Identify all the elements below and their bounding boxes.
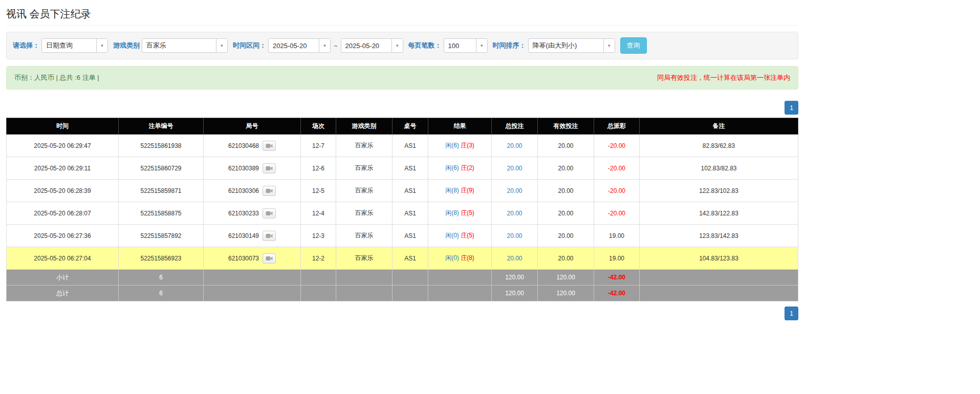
- chevron-down-icon[interactable]: ▼: [603, 39, 615, 52]
- cell-bet-id: 522515860729: [119, 157, 204, 180]
- cell-payout: -20.00: [594, 157, 640, 180]
- cell-game-type: 百家乐: [336, 157, 393, 180]
- chevron-down-icon[interactable]: ▼: [216, 39, 227, 52]
- total-bet-link[interactable]: 20.00: [507, 187, 522, 194]
- cell-result: 闲(8) 庄(9): [428, 180, 492, 202]
- time-sort-label: 时间排序：: [493, 41, 526, 50]
- round-id-text: 621030468: [228, 142, 259, 149]
- video-replay-button[interactable]: [263, 186, 276, 196]
- chevron-down-icon[interactable]: ▼: [96, 39, 107, 52]
- cell-total-bet: 20.00: [492, 225, 538, 247]
- video-replay-button[interactable]: [263, 231, 276, 241]
- page-button-1[interactable]: 1: [785, 101, 798, 115]
- table-row: 2025-05-20 06:29:47 522515861938 6210304…: [7, 135, 798, 157]
- select-type-value: 日期查询: [42, 39, 96, 52]
- table-row: 2025-05-20 06:28:39 522515859871 6210303…: [7, 180, 798, 202]
- cell-round-id: 621030149: [204, 225, 301, 247]
- cell-table-no: AS1: [393, 225, 428, 247]
- header-game-type: 游戏类别: [336, 118, 393, 135]
- video-replay-button[interactable]: [263, 163, 276, 173]
- pagination-bottom: 1: [6, 307, 798, 320]
- time-sort-dropdown[interactable]: 降幂(由大到小) ▼: [528, 38, 615, 53]
- date-to-value: 2025-05-20: [341, 39, 391, 52]
- video-camera-icon: [266, 211, 273, 216]
- cell-remark: 122.83/102.83: [640, 180, 798, 202]
- round-id-text: 621030149: [228, 232, 259, 239]
- summary-bar: 币别：人民币 | 总共 :6 注单 | 同局有效投注，统一计算在该局第一张注单内: [6, 66, 798, 90]
- subtotal-total-bet: 120.00: [492, 270, 538, 286]
- page-button-1[interactable]: 1: [785, 307, 798, 320]
- video-replay-button[interactable]: [263, 208, 276, 218]
- date-range-separator: ~: [334, 42, 338, 50]
- cell-total-bet: 20.00: [492, 202, 538, 225]
- cell-payout: -20.00: [594, 180, 640, 202]
- search-button[interactable]: 查询: [620, 37, 647, 54]
- result-player: 闲(8): [445, 209, 459, 216]
- subtotal-valid-bet: 120.00: [538, 270, 594, 286]
- total-bet-link[interactable]: 20.00: [507, 255, 522, 262]
- header-bet-id: 注单编号: [119, 118, 204, 135]
- video-replay-button[interactable]: [263, 141, 276, 151]
- video-camera-icon: [266, 233, 273, 238]
- total-bet-link[interactable]: 20.00: [507, 142, 522, 149]
- cell-payout: 19.00: [594, 247, 640, 270]
- total-count: 6: [119, 286, 204, 301]
- cell-session: 12-5: [301, 180, 336, 202]
- result-banker: 庄(9): [461, 187, 474, 194]
- header-table-no: 桌号: [393, 118, 428, 135]
- cell-bet-id: 522515861938: [119, 135, 204, 157]
- result-banker: 庄(5): [461, 232, 474, 239]
- cell-remark: 142.83/122.83: [640, 202, 798, 225]
- pagination-top: 1: [6, 101, 798, 115]
- cell-session: 12-4: [301, 202, 336, 225]
- video-replay-button[interactable]: [263, 253, 276, 264]
- video-camera-icon: [266, 166, 273, 171]
- cell-time: 2025-05-20 06:29:11: [7, 157, 119, 180]
- chevron-down-icon[interactable]: ▼: [476, 39, 487, 52]
- round-id-text: 621030306: [228, 187, 259, 194]
- chevron-down-icon[interactable]: ▼: [391, 39, 403, 52]
- table-row: 2025-05-20 06:27:04 522515856923 6210300…: [7, 247, 798, 270]
- grand-total-row: 总计 6 120.00 120.00 -42.00: [7, 286, 798, 301]
- game-type-value: 百家乐: [142, 39, 216, 52]
- header-session: 场次: [301, 118, 336, 135]
- cell-time: 2025-05-20 06:27:36: [7, 225, 119, 247]
- cell-round-id: 621030389: [204, 157, 301, 180]
- round-id-text: 621030073: [228, 255, 259, 262]
- total-payout: -42.00: [594, 286, 640, 301]
- total-bet-link[interactable]: 20.00: [507, 165, 522, 172]
- game-type-dropdown[interactable]: 百家乐 ▼: [142, 38, 228, 53]
- cell-valid-bet: 20.00: [538, 180, 594, 202]
- cell-game-type: 百家乐: [336, 247, 393, 270]
- cell-time: 2025-05-20 06:29:47: [7, 135, 119, 157]
- cell-payout: -20.00: [594, 202, 640, 225]
- page-container: 视讯 会员下注纪录 请选择： 日期查询 ▼ 游戏类别 百家乐 ▼ 时间区间： 2…: [6, 0, 798, 336]
- total-bet-link[interactable]: 20.00: [507, 210, 522, 217]
- result-player: 闲(0): [445, 232, 459, 239]
- cell-valid-bet: 20.00: [538, 135, 594, 157]
- result-banker: 庄(5): [461, 209, 474, 216]
- filter-bar: 请选择： 日期查询 ▼ 游戏类别 百家乐 ▼ 时间区间： 2025-05-20 …: [6, 32, 798, 59]
- round-id-text: 621030233: [228, 210, 259, 217]
- date-to-dropdown[interactable]: 2025-05-20 ▼: [341, 38, 403, 53]
- cell-round-id: 621030073: [204, 247, 301, 270]
- game-type-label: 游戏类别: [113, 41, 140, 50]
- page-size-value: 100: [444, 39, 476, 52]
- select-type-dropdown[interactable]: 日期查询 ▼: [41, 38, 108, 53]
- page-size-label: 每页笔数：: [408, 41, 442, 50]
- result-player: 闲(6): [445, 142, 459, 149]
- video-camera-icon: [266, 256, 273, 261]
- bet-records-table: 时间 注单编号 局号 场次 游戏类别 桌号 结果 总投注 有效投注 总派彩 备注…: [6, 118, 798, 301]
- date-from-dropdown[interactable]: 2025-05-20 ▼: [268, 38, 331, 53]
- cell-payout: 19.00: [594, 225, 640, 247]
- total-bet-link[interactable]: 20.00: [507, 232, 522, 239]
- chevron-down-icon[interactable]: ▼: [319, 39, 330, 52]
- cell-table-no: AS1: [393, 135, 428, 157]
- currency-total-text: 币别：人民币 | 总共 :6 注单 |: [14, 73, 99, 82]
- result-player: 闲(0): [445, 254, 459, 261]
- page-size-dropdown[interactable]: 100 ▼: [444, 38, 488, 53]
- cell-round-id: 621030233: [204, 202, 301, 225]
- subtotal-payout: -42.00: [594, 270, 640, 286]
- cell-valid-bet: 20.00: [538, 225, 594, 247]
- cell-total-bet: 20.00: [492, 247, 538, 270]
